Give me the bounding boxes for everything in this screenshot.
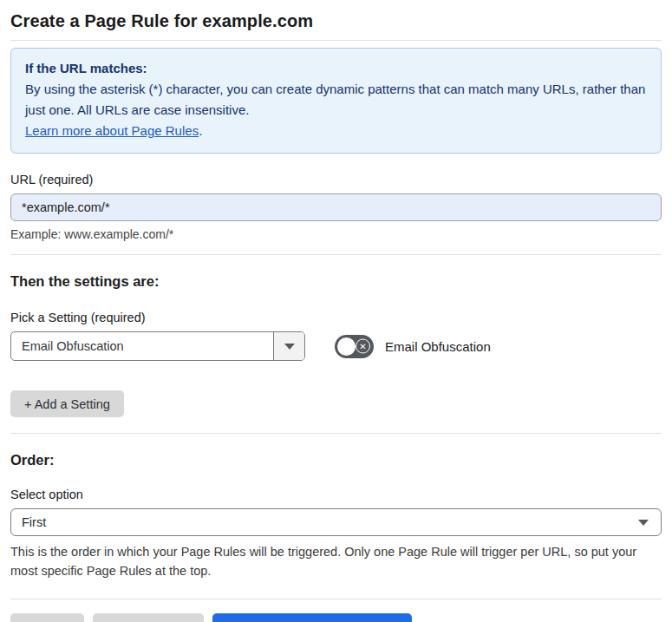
link-suffix: . (199, 123, 202, 138)
order-select-value: First (22, 515, 46, 529)
url-match-info-box: If the URL matches: By using the asteris… (10, 48, 662, 154)
settings-section-heading: Then the settings are: (10, 273, 662, 290)
create-page-rule-form: Create a Page Rule for example.com If th… (0, 0, 672, 622)
setting-select[interactable]: Email Obfuscation (10, 331, 305, 361)
chevron-down-icon (284, 344, 295, 350)
order-section-divider (10, 599, 662, 599)
toggle-x-icon: ✕ (356, 339, 370, 354)
toggle-knob (337, 337, 356, 356)
order-section-heading: Order: (10, 452, 662, 468)
url-field-label: URL (required) (10, 173, 662, 187)
url-example-helper: Example: www.example.com/* (10, 227, 662, 241)
cancel-button[interactable]: Cancel (10, 613, 84, 622)
info-box-body: By using the asterisk (*) character, you… (25, 79, 647, 121)
pick-setting-label: Pick a Setting (required) (10, 311, 662, 324)
settings-section-divider (10, 433, 662, 434)
setting-row: Email Obfuscation ✕ Email Obfuscation (10, 331, 662, 361)
title-divider (10, 40, 662, 41)
order-helper-text: This is the order in which your Page Rul… (10, 542, 652, 580)
setting-select-value: Email Obfuscation (11, 332, 273, 360)
order-select[interactable]: First (10, 508, 662, 536)
page-title: Create a Page Rule for example.com (10, 0, 662, 31)
url-section-divider (10, 254, 662, 255)
info-box-heading: If the URL matches: (25, 58, 647, 79)
add-setting-button[interactable]: + Add a Setting (10, 390, 124, 417)
url-input[interactable] (10, 193, 662, 221)
setting-select-arrow-button[interactable] (273, 332, 304, 360)
save-as-draft-button[interactable]: Save as Draft (93, 613, 204, 622)
toggle-label: Email Obfuscation (385, 339, 491, 354)
learn-more-link[interactable]: Learn more about Page Rules (25, 123, 199, 138)
order-select-label: Select option (10, 488, 662, 501)
footer-actions: Cancel Save as Draft Save and Deploy Pag… (10, 613, 662, 622)
chevron-down-icon (638, 520, 649, 526)
info-box-link-line: Learn more about Page Rules. (25, 121, 647, 141)
save-and-deploy-button[interactable]: Save and Deploy Page Rule (212, 613, 412, 622)
email-obfuscation-toggle[interactable]: ✕ (335, 335, 374, 358)
